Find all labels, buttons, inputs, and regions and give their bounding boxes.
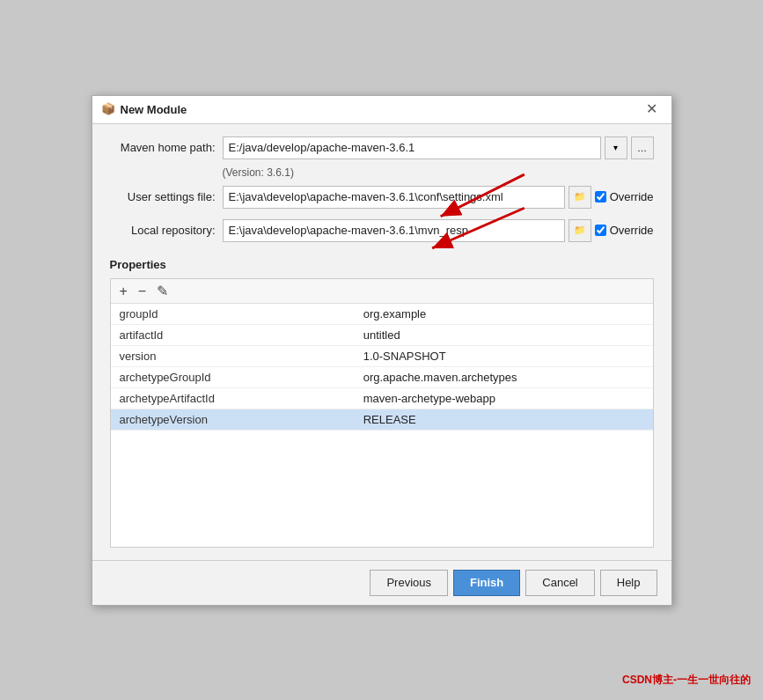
user-settings-row: User settings file: 📁 Override <box>110 186 654 209</box>
local-repo-override-checkbox[interactable] <box>595 225 606 236</box>
cancel-button[interactable]: Cancel <box>525 570 594 596</box>
properties-table: groupIdorg.exampleartifactIduntitledvers… <box>111 304 653 547</box>
user-settings-label: User settings file: <box>110 190 216 203</box>
maven-home-dropdown-btn[interactable]: ▾ <box>605 136 627 159</box>
title-bar-left: 📦 New Module <box>101 102 187 116</box>
maven-home-label: Maven home path: <box>110 141 216 154</box>
properties-section-label: Properties <box>110 258 654 271</box>
help-button[interactable]: Help <box>600 570 657 596</box>
properties-toolbar: + − ✎ <box>111 279 653 304</box>
dialog-footer: Previous Finish Cancel Help <box>92 560 671 605</box>
version-hint: (Version: 3.6.1) <box>223 166 654 179</box>
user-settings-input[interactable] <box>223 186 565 209</box>
local-repo-row: Local repository: 📁 Override <box>110 219 654 242</box>
local-repo-label: Local repository: <box>110 224 216 237</box>
local-repo-browse-btn[interactable]: 📁 <box>569 219 591 242</box>
module-icon: 📦 <box>101 102 115 116</box>
dialog-body: Maven home path: ▾ … (Version: 3.6.1) Us… <box>92 124 671 560</box>
table-row[interactable]: groupIdorg.example <box>111 304 653 325</box>
table-row[interactable]: archetypeGroupIdorg.apache.maven.archety… <box>111 366 653 387</box>
table-row[interactable]: archetypeArtifactIdmaven-archetype-webap… <box>111 387 653 409</box>
properties-panel: + − ✎ groupIdorg.exampleartifactIduntitl… <box>110 278 654 548</box>
add-property-button[interactable]: + <box>116 283 131 299</box>
local-repo-input[interactable] <box>223 219 565 242</box>
remove-property-button[interactable]: − <box>135 283 150 299</box>
close-button[interactable]: ✕ <box>641 100 663 118</box>
dialog-title: New Module <box>121 103 187 116</box>
table-row[interactable]: version1.0-SNAPSHOT <box>111 345 653 366</box>
user-settings-browse-btn[interactable]: 📁 <box>569 186 591 209</box>
local-repo-override-label: Override <box>595 224 654 237</box>
maven-home-input-group: ▾ … <box>223 136 654 159</box>
maven-home-row: Maven home path: ▾ … <box>110 136 654 159</box>
user-settings-override-checkbox[interactable] <box>595 191 606 203</box>
maven-home-browse-btn[interactable]: … <box>631 136 654 159</box>
table-row[interactable]: artifactIduntitled <box>111 324 653 345</box>
previous-button[interactable]: Previous <box>370 570 448 596</box>
local-repo-input-group: 📁 Override <box>223 219 654 242</box>
finish-button[interactable]: Finish <box>453 570 520 596</box>
title-bar: 📦 New Module ✕ <box>92 96 671 124</box>
user-settings-input-group: 📁 Override <box>223 186 654 209</box>
new-module-dialog: 📦 New Module ✕ Maven home path: ▾ … (Ver… <box>92 95 672 606</box>
watermark: CSDN博主-一生一世向往的 <box>622 673 751 688</box>
table-row[interactable]: archetypeVersionRELEASE <box>111 409 653 430</box>
maven-home-input[interactable] <box>223 136 601 159</box>
edit-property-button[interactable]: ✎ <box>153 283 172 299</box>
user-settings-override-label: Override <box>595 190 654 203</box>
